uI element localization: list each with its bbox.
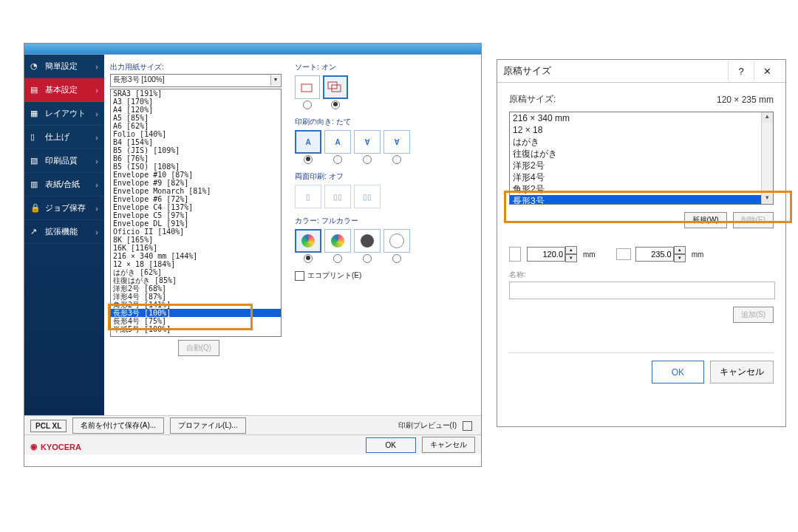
size-option[interactable]: 洋形2号 [510,160,773,171]
paper-size-label: 出力用紙サイズ: [110,62,287,72]
help-button[interactable]: ? [728,61,754,81]
delete-button[interactable]: 削除(E) [733,212,774,228]
color-auto[interactable] [324,229,351,253]
orient-1[interactable]: A [295,130,321,154]
ok-button-right[interactable]: OK [652,361,704,383]
paper-size-option[interactable]: Folio [140%] [111,130,281,138]
width-spinner[interactable]: ▴▾ [527,246,577,262]
sidebar-item-finishing[interactable]: ▯仕上げ› [24,126,104,149]
spin-down-icon[interactable]: ▾ [565,254,577,262]
color-bw2[interactable] [383,229,410,253]
ecoprint-checkbox[interactable] [295,271,304,281]
size-option[interactable]: 長形3号 [510,195,773,205]
paper-size-option[interactable]: Envelope DL [91%] [111,219,281,228]
paper-size-option[interactable]: SRA3 [191%] [111,89,281,98]
paper-size-option[interactable]: 216 × 340 mm [144%] [111,252,281,260]
color-bw1[interactable] [354,229,381,253]
profile-button[interactable]: プロファイル(L)... [170,417,246,434]
sidebar-item-layout[interactable]: ▦レイアウト› [24,102,104,126]
paper-size-option[interactable]: 洋形2号 [68%] [111,284,281,293]
ok-button[interactable]: OK [366,437,416,453]
duplex-off[interactable]: ▯ [295,185,321,208]
dialog-title: 原稿サイズ [503,64,551,78]
paper-size-option[interactable]: A4 [120%] [111,106,281,114]
size-list[interactable]: 216 × 340 mm12 × 18はがき往復はがき洋形2号洋形4号角形2号長… [509,112,774,205]
sidebar-item-cover[interactable]: ▥表紙/合紙› [24,173,104,197]
duplex-long[interactable]: ▯▯ [324,185,351,208]
paper-size-option[interactable]: 往復はがき [85%] [111,276,281,284]
size-option[interactable]: 12 × 18 [510,124,773,136]
paper-size-option[interactable]: A5 [85%] [111,114,281,122]
print-driver-dialog: ◔簡単設定› ▤基本設定› ▦レイアウト› ▯仕上げ› ▧印刷品質› ▥表紙/合… [24,43,482,467]
paper-size-option[interactable]: 半紙5号 [100%] [111,325,281,333]
paper-size-option[interactable]: Envelope C4 [137%] [111,203,281,211]
scroll-down-icon[interactable]: ▾ [762,194,773,204]
sort-on-radio[interactable] [331,100,340,109]
lock-icon: 🔒 [30,203,41,214]
height-spinner[interactable]: ▴▾ [635,246,686,262]
sort-on-option[interactable] [323,75,348,99]
cancel-button-right[interactable]: キャンセル [710,361,774,383]
size-option[interactable]: はがき [510,136,773,148]
paper-size-option[interactable]: B4 [154%] [111,138,281,146]
orient-2[interactable]: A [324,130,351,154]
paper-size-option[interactable]: B5 (JIS) [109%] [111,146,281,154]
color-full[interactable] [295,229,321,253]
paper-size-option[interactable]: 12 × 18 [184%] [111,260,281,268]
paper-size-option[interactable]: Envelope #6 [72%] [111,195,281,203]
spin-up-icon[interactable]: ▴ [565,246,577,254]
cancel-button[interactable]: キャンセル [422,437,475,453]
duplex-short[interactable]: ▯▯ [354,185,381,208]
auto-button[interactable]: 自動(Q) [178,340,219,356]
sheets-icon: ▥ [30,180,41,190]
sort-off-option[interactable] [295,75,320,99]
paper-size-option[interactable]: 16K [116%] [111,244,281,252]
close-button[interactable]: ✕ [754,61,780,81]
paper-size-option[interactable]: 長形4号 [75%] [111,317,281,325]
page-icon: ▤ [30,85,41,95]
size-option[interactable]: 洋形4号 [510,171,773,183]
save-as-button[interactable]: 名前を付けて保存(A)... [72,417,164,434]
scrollbar[interactable]: ▴▾ [761,112,773,204]
paper-size-option[interactable]: 角形2号 [141%] [111,301,281,309]
paper-size-option[interactable]: A3 [170%] [111,98,281,106]
paper-size-option[interactable]: Envelope C5 [97%] [111,211,281,219]
sidebar-item-jobsave[interactable]: 🔒ジョブ保存› [24,197,104,220]
ecoprint-row[interactable]: エコプリント(E) [295,270,475,281]
name-input[interactable] [509,282,775,299]
close-icon: ✕ [763,66,771,77]
paper-size-option[interactable]: Envelope #10 [87%] [111,171,281,179]
paper-size-option[interactable]: 8K [165%] [111,236,281,244]
preview-label: 印刷プレビュー(I) [398,420,457,431]
pdl-badge[interactable]: PCL XL [30,420,66,432]
sort-off-radio[interactable] [303,100,312,109]
paper-size-option[interactable]: 洋形4号 [87%] [111,293,281,301]
sidebar-item-quality[interactable]: ▧印刷品質› [24,149,104,173]
paper-size-option[interactable]: はがき [62%] [111,268,281,276]
svg-rect-0 [301,84,312,92]
add-button[interactable]: 追加(S) [733,307,774,323]
orient-3[interactable]: A [354,130,381,154]
paper-size-option[interactable]: Oficio II [140%] [111,228,281,236]
size-option[interactable]: 216 × 340 mm [510,112,773,124]
sidebar-item-basic[interactable]: ▤基本設定› [24,78,104,102]
new-button[interactable]: 新規(W) [684,212,727,228]
paper-size-option[interactable]: Envelope Monarch [81%] [111,187,281,195]
titlebar-right[interactable]: 原稿サイズ ? ✕ [497,60,785,83]
paper-size-option[interactable]: A6 [62%] [111,122,281,130]
orient-4[interactable]: A [383,130,410,154]
size-option[interactable]: 往復はがき [510,148,773,160]
sidebar-item-easy[interactable]: ◔簡単設定› [24,55,104,78]
paper-size-combo[interactable]: 長形3号 [100%]▾ [110,74,282,87]
paper-size-option[interactable]: 長形3号 [100%] [111,309,281,317]
size-option[interactable]: 角形2号 [510,183,773,195]
titlebar[interactable] [24,44,481,55]
preview-checkbox[interactable] [463,421,472,431]
paper-size-option[interactable]: Envelope #9 [82%] [111,179,281,187]
scroll-up-icon[interactable]: ▴ [762,112,773,123]
paper-size-list[interactable]: SRA3 [191%]A3 [170%]A4 [120%]A5 [85%]A6 … [110,89,282,337]
sidebar-item-extend[interactable]: ↗拡張機能› [24,220,104,244]
paper-size-option[interactable]: B5 (ISO) [108%] [111,163,281,171]
name-label: 名称: [509,270,774,280]
paper-size-option[interactable]: B6 [76%] [111,154,281,163]
